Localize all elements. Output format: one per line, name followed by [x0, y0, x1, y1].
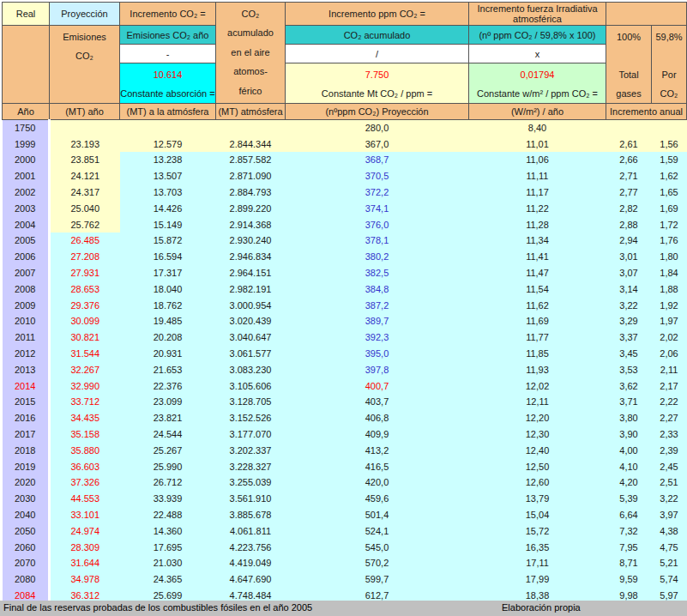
header-emisiones: Emisiones CO₂ [50, 26, 120, 104]
cell-ppm-projection: 409,9 [286, 426, 469, 443]
cell-mt-to-atmosphere: 17.695 [120, 539, 216, 555]
cell-mt-atmosphere: 2.899.220 [216, 200, 286, 216]
col-label-ppm: (nºppm CO₂) Proyección [286, 104, 469, 120]
col-label-wm2: (W/m²) / año [469, 104, 606, 120]
col-label-mt-accum: (MT) atmósfera [216, 104, 286, 120]
cell-increment-total: 3,45 [606, 346, 652, 362]
table-row: 199923.19312.5792.844.344367,011,012,611… [3, 136, 687, 152]
cell-wm2-year: 16,35 [469, 539, 606, 555]
cell-year: 1999 [3, 136, 50, 152]
cell-mt-atmosphere: 2.930.240 [216, 233, 286, 249]
irr-constant-value: 0,01794 [469, 65, 606, 84]
cell-mt-atmosphere: 3.561.910 [216, 491, 286, 507]
cell-mt-to-atmosphere: 15.872 [120, 233, 216, 249]
cell-year: 2010 [3, 313, 50, 329]
cell-year: 2080 [3, 571, 50, 588]
cell-year: 2000 [3, 152, 50, 168]
cell-mt-atmosphere: 3.152.526 [216, 410, 286, 426]
cell-mt-year: 30.821 [50, 329, 120, 346]
cell-wm2-year: 11,28 [469, 216, 606, 233]
cell-increment-total: 2,61 [606, 136, 652, 152]
cell-wm2-year: 17,99 [469, 571, 606, 588]
col-label-mt-atm: (MT) a la atmósfera [120, 104, 216, 120]
cell-wm2-year: 11,11 [469, 168, 606, 184]
header-inc-irr-title: Incremento fuerza Irradiativa atmosféric… [469, 3, 606, 26]
cell-increment-co2: 2,11 [652, 361, 687, 377]
cell-mt-year: 27.931 [50, 265, 120, 281]
cell-wm2-year: 12,11 [469, 394, 606, 410]
cell-increment-co2: 2,02 [652, 329, 687, 346]
header-inc-irr-operator: x [469, 45, 606, 63]
table-row: 201432.99022.3763.105.606400,712,023,622… [3, 377, 687, 394]
cell-year: 2060 [3, 539, 50, 555]
col-label-inc-anual: Incremento anual [606, 104, 687, 120]
table-row: 201735.15824.5443.177.070409,912,303,902… [3, 426, 687, 443]
cell-mt-atmosphere: 4.223.756 [216, 539, 286, 555]
header-inc-co2-minuend: Emisiones CO₂ año [120, 26, 216, 45]
cell-mt-to-atmosphere: 23.099 [120, 394, 216, 410]
cell-wm2-year: 12,60 [469, 474, 606, 491]
cell-mt-atmosphere: 3.083.230 [216, 361, 286, 377]
cell-increment-total: 5,39 [606, 491, 652, 507]
cell-increment-co2: 1,88 [652, 281, 687, 297]
cell-increment-co2: 3,22 [652, 491, 687, 507]
cell-year: 2019 [3, 458, 50, 474]
table-row: 203044.55333.9393.561.910459,613,795,393… [3, 491, 687, 507]
cell-increment-co2: 1,72 [652, 216, 687, 233]
cell-wm2-year: 12,30 [469, 426, 606, 443]
cell-ppm-projection: 368,7 [286, 152, 469, 168]
cell-increment-total: 8,71 [606, 555, 652, 571]
cell-ppm-projection: 392,3 [286, 329, 469, 346]
cell-increment-co2: 1,65 [652, 184, 687, 201]
cell-wm2-year: 15,04 [469, 507, 606, 523]
cell-increment-co2: 2,33 [652, 426, 687, 443]
col-label-year: Año [3, 104, 50, 120]
cell-mt-to-atmosphere: 22.488 [120, 507, 216, 523]
cell-mt-atmosphere: 3.255.039 [216, 474, 286, 491]
cell-mt-to-atmosphere: 18.040 [120, 281, 216, 297]
cell-year: 2002 [3, 184, 50, 201]
cell-wm2-year: 11,06 [469, 152, 606, 168]
table-row: 200023.85113.2382.857.582368,711,062,661… [3, 152, 687, 168]
cell-increment-co2: 3,97 [652, 507, 687, 523]
cell-increment-total: 6,64 [606, 507, 652, 523]
cell-mt-atmosphere: 4.419.049 [216, 555, 286, 571]
cell-ppm-projection: 382,5 [286, 265, 469, 281]
header-absorption-constant-cell: 10.614 Constante absorción = [120, 63, 216, 104]
table-row: 202037.32626.7123.255.039420,012,604,202… [3, 474, 687, 491]
cell-mt-to-atmosphere: 12.579 [120, 136, 216, 152]
cell-wm2-year: 11,69 [469, 313, 606, 329]
cell-mt-atmosphere: 3.000.954 [216, 297, 286, 313]
cell-ppm-projection: 416,5 [286, 458, 469, 474]
cell-year: 2020 [3, 474, 50, 491]
cell-mt-to-atmosphere: 15.149 [120, 216, 216, 233]
cell-year: 2005 [3, 233, 50, 249]
cell-increment-total: 4,00 [606, 442, 652, 458]
table-row: 201936.60325.9903.228.327416,512,504,102… [3, 458, 687, 474]
cell-mt-to-atmosphere: 21.653 [120, 361, 216, 377]
cell-year: 2009 [3, 297, 50, 313]
cell-increment-co2: 4,75 [652, 539, 687, 555]
table-row: 207031.64421.0304.419.049570,217,118,715… [3, 555, 687, 571]
cell-wm2-year: 12,20 [469, 410, 606, 426]
cell-mt-year: 30.099 [50, 313, 120, 329]
cell-mt-atmosphere: 3.020.439 [216, 313, 286, 329]
cell-ppm-projection: 524,1 [286, 522, 469, 539]
cell-mt-year: 24.317 [50, 184, 120, 201]
table-row: 201634.43523.8213.152.526406,812,203,802… [3, 410, 687, 426]
cell-increment-total: 3,37 [606, 329, 652, 346]
cell-mt-to-atmosphere: 17.317 [120, 265, 216, 281]
cell-mt-to-atmosphere: 21.030 [120, 555, 216, 571]
cell-mt-year: 34.435 [50, 410, 120, 426]
cell-mt-atmosphere: 4.647.690 [216, 571, 286, 588]
cell-increment-total: 3,71 [606, 394, 652, 410]
header-empty-corner [606, 3, 687, 26]
table-row: 201835.88025.2673.202.337413,212,404,002… [3, 442, 687, 458]
cell-increment-total: 2,71 [606, 168, 652, 184]
ppm-constant-label: Constante Mt CO₂ / ppm = [286, 84, 468, 103]
cell-wm2-year: 11,17 [469, 184, 606, 201]
cell-wm2-year: 12,50 [469, 458, 606, 474]
cell-mt-year: 23.193 [50, 136, 120, 152]
cell-mt-year: 25.762 [50, 216, 120, 233]
table-row: 200929.37618.7623.000.954387,211,623,221… [3, 297, 687, 313]
